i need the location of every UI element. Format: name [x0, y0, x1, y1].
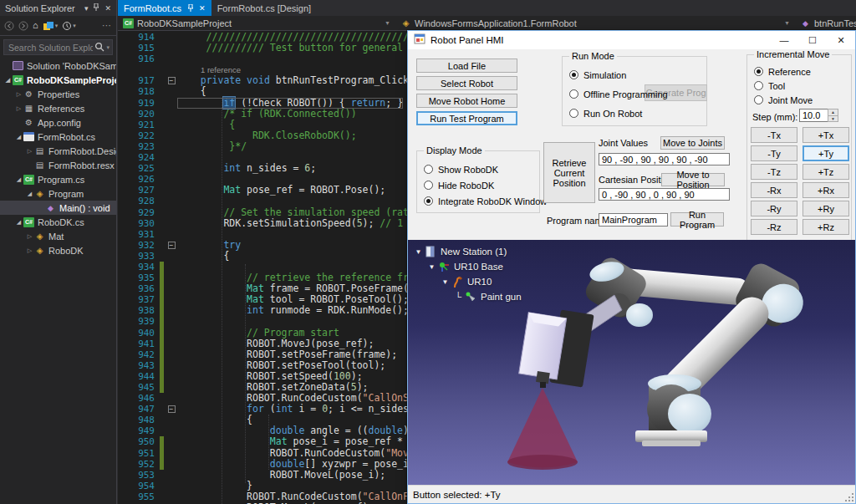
radio-tool[interactable]: Tool: [754, 79, 785, 92]
expanded-icon[interactable]: ◢: [14, 219, 23, 226]
robodk-3d-viewport[interactable]: ▼New Station (1)▼UR10 Base▼UR10└Paint gu…: [408, 240, 855, 486]
joint-values-input[interactable]: [599, 153, 730, 165]
search-icon[interactable]: [94, 40, 104, 55]
radio-integrate-robodk-window[interactable]: Integrate RoboDK Window: [424, 195, 547, 207]
run-program-button[interactable]: Run Program: [670, 212, 724, 227]
cartesian-position-input[interactable]: [599, 188, 730, 201]
move-to-joints-button[interactable]: Move to Joints: [660, 136, 725, 150]
step-up-icon[interactable]: ▲: [828, 109, 838, 116]
expanded-icon[interactable]: ▼: [413, 248, 424, 256]
close-icon[interactable]: ✕: [199, 4, 206, 13]
breadcrumb-item[interactable]: ◆btnRunTestProgram_Click(object sender, …: [795, 16, 856, 30]
tree-item[interactable]: ▷▤FormRobot.Designer.cs: [0, 144, 116, 158]
tree-item[interactable]: ▤FormRobot.resx: [0, 158, 116, 172]
back-icon[interactable]: [4, 21, 14, 31]
jog-minus-tx-button[interactable]: -Tx: [751, 127, 797, 143]
maximize-button[interactable]: ☐: [798, 31, 827, 49]
radio-reference[interactable]: Reference: [754, 65, 811, 78]
load-file-button[interactable]: Load File: [416, 59, 517, 73]
station-tree-item[interactable]: ▼New Station (1): [413, 244, 522, 259]
radio-offline-programming[interactable]: Offline Programming: [569, 88, 668, 100]
tab-formrobot-design[interactable]: FormRobot.cs [Design]: [211, 0, 317, 16]
fold-margin[interactable]: −: [166, 75, 177, 86]
close-icon[interactable]: ✕: [104, 4, 111, 13]
jog-plusminus-tx-button[interactable]: +Tx: [802, 127, 849, 143]
tree-item[interactable]: ▷◈Mat: [0, 229, 116, 243]
search-input[interactable]: [7, 42, 94, 53]
collapsed-icon[interactable]: ▷: [14, 91, 23, 98]
radio-hide-robodk[interactable]: Hide RoboDK: [424, 179, 494, 191]
collapsed-icon[interactable]: ▷: [25, 148, 34, 155]
radio-run-on-robot[interactable]: Run On Robot: [569, 107, 642, 120]
step-input[interactable]: [799, 109, 828, 122]
collapsed-icon[interactable]: ▷: [25, 247, 34, 254]
tree-item[interactable]: Solution 'RoboDKSampleSo: [0, 59, 116, 73]
tree-item[interactable]: ◢C#Program.cs: [0, 172, 116, 186]
collapsed-icon[interactable]: ▷: [25, 233, 34, 240]
jog-plusminus-tz-button[interactable]: +Tz: [802, 164, 849, 180]
close-button[interactable]: ✕: [827, 31, 855, 49]
pin-icon[interactable]: [187, 4, 194, 12]
toolbar-overflow-icon[interactable]: ⋯: [102, 21, 112, 30]
minimize-button[interactable]: —: [770, 31, 798, 49]
search-caret-icon[interactable]: ▾: [106, 44, 110, 51]
station-tree-item[interactable]: └Paint gun: [413, 289, 522, 304]
pin-icon[interactable]: [93, 3, 99, 13]
tree-item[interactable]: ▷⚙Properties: [0, 87, 116, 101]
breadcrumb-item[interactable]: ◈WindowsFormsApplication1.FormRobot▼: [395, 16, 795, 30]
run-test-program-button[interactable]: Run Test Program: [416, 111, 517, 125]
collapsed-icon[interactable]: ▷: [14, 105, 23, 112]
tree-item[interactable]: ◢C#RoboDKSampleProject: [0, 73, 116, 87]
select-robot-button[interactable]: Select Robot: [416, 76, 517, 90]
expanded-icon[interactable]: ▼: [426, 263, 437, 271]
move-robot-home-button[interactable]: Move Robot Home: [416, 94, 517, 108]
fold-margin[interactable]: −: [166, 240, 177, 251]
tree-item[interactable]: ◢FormRobot.cs: [0, 130, 116, 144]
hmi-titlebar[interactable]: Robot Panel HMI — ☐ ✕: [408, 31, 855, 49]
expanded-icon[interactable]: ◢: [25, 191, 34, 197]
retrieve-current-position-button[interactable]: Retrieve Current Position: [543, 142, 595, 203]
home-icon[interactable]: ⌂: [33, 21, 38, 30]
jog-plusminus-ry-button[interactable]: +Ry: [802, 201, 849, 216]
expanded-icon[interactable]: ◢: [14, 134, 23, 140]
radio-joint-move[interactable]: Joint Move: [754, 94, 813, 106]
pending-changes-icon[interactable]: ▾: [62, 21, 76, 31]
fold-margin: [166, 262, 177, 272]
tree-item[interactable]: ▷▦References: [0, 101, 116, 115]
breadcrumb-item[interactable]: C#RoboDKSampleProject▼: [118, 16, 395, 30]
tree-item[interactable]: ⚙App.config: [0, 115, 116, 130]
fold-margin[interactable]: −: [166, 404, 177, 415]
tree-item[interactable]: ▷◈RoboDK: [0, 243, 116, 257]
glyph-margin: [118, 174, 133, 185]
expanded-icon[interactable]: ◢: [14, 176, 23, 183]
window-layout-icon[interactable]: ▾: [43, 21, 59, 31]
station-tree-item[interactable]: ▼UR10: [413, 274, 522, 289]
radio-show-robodk[interactable]: Show RoboDK: [424, 163, 498, 176]
tree-item[interactable]: ◢C#RoboDK.cs: [0, 215, 116, 229]
jog-minus-ty-button[interactable]: -Ty: [751, 145, 797, 161]
station-tree-item[interactable]: ▼UR10 Base: [413, 259, 522, 274]
fold-collapse-icon[interactable]: −: [168, 405, 176, 413]
move-to-position-button[interactable]: Move to Position: [661, 173, 725, 186]
tab-formrobot-cs[interactable]: FormRobot.cs✕: [118, 0, 211, 16]
step-down-icon[interactable]: ▼: [828, 116, 838, 122]
expanded-icon[interactable]: ▼: [440, 278, 451, 286]
program-name-input[interactable]: [599, 213, 668, 227]
radio-simulation[interactable]: Simulation: [569, 69, 626, 81]
tree-item[interactable]: ◆Main() : void: [0, 201, 116, 215]
jog-plusminus-rx-button[interactable]: +Rx: [802, 182, 849, 198]
glyph-margin: [118, 491, 133, 502]
fold-collapse-icon[interactable]: −: [168, 77, 176, 84]
jog-minus-rx-button[interactable]: -Rx: [751, 182, 797, 198]
tree-item[interactable]: ◢◈Program: [0, 186, 116, 201]
jog-minus-rz-button[interactable]: -Rz: [751, 219, 797, 235]
jog-minus-tz-button[interactable]: -Tz: [751, 164, 797, 180]
expanded-icon[interactable]: ◢: [3, 77, 13, 84]
jog-minus-ry-button[interactable]: -Ry: [751, 201, 797, 216]
jog-plusminus-ty-button[interactable]: +Ty: [802, 145, 849, 161]
jog-plusminus-rz-button[interactable]: +Rz: [802, 219, 849, 235]
forward-icon[interactable]: [18, 21, 28, 31]
resize-grip[interactable]: [845, 493, 853, 501]
chevron-down-icon[interactable]: ▾: [84, 4, 89, 13]
fold-collapse-icon[interactable]: −: [168, 242, 176, 249]
